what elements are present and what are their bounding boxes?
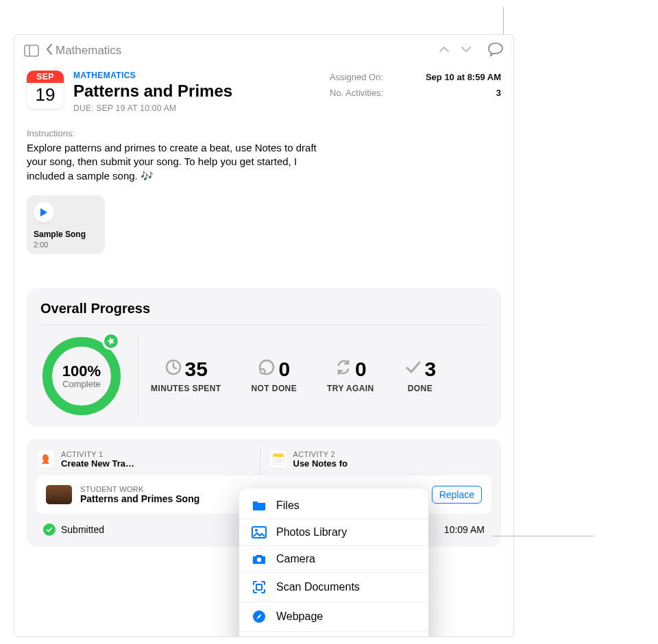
folder-icon <box>252 499 267 512</box>
stat-not-done: 0 NOT DONE <box>252 358 297 393</box>
activity-item[interactable]: ACTIVITY 2 Use Notes fo <box>260 449 492 475</box>
menu-item-photos[interactable]: Photos Library <box>239 519 428 545</box>
activity-key: ACTIVITY 1 <box>61 450 134 458</box>
app-screen: Mathematics SEP 19 MATHEMATICS Patterns … <box>14 34 514 637</box>
garageband-icon <box>38 451 54 467</box>
play-icon <box>34 202 54 223</box>
menu-item-webpage[interactable]: Webpage <box>239 602 428 631</box>
camera-icon <box>252 553 267 565</box>
submission-status: Submitted <box>61 524 104 535</box>
attachment-card[interactable]: Sample Song 2:00 <box>27 195 105 254</box>
comment-button[interactable] <box>487 42 504 60</box>
overall-progress-card: Overall Progress 100% Complete <box>27 288 501 427</box>
callout-line-right <box>491 536 594 536</box>
instructions-label: Instructions: <box>14 113 513 141</box>
attachment-duration: 2:00 <box>34 240 98 249</box>
stat-not-done-value: 0 <box>278 359 290 380</box>
stat-try-again-label: TRY AGAIN <box>327 384 374 393</box>
source-picker-menu: Files Photos Library Camera Scan Documen… <box>239 488 428 637</box>
calendar-day: 19 <box>27 83 64 106</box>
menu-item-bookmarks[interactable]: Bookmarks <box>239 631 428 637</box>
activities-count-value: 3 <box>496 88 501 98</box>
instructions-body: Explore patterns and primes to create a … <box>14 141 364 183</box>
prev-button[interactable] <box>438 45 450 57</box>
activity-item[interactable]: ACTIVITY 1 Create New Tra… <box>36 449 260 475</box>
compass-icon <box>252 609 267 624</box>
calendar-badge: SEP 19 <box>27 71 64 109</box>
replace-button[interactable]: Replace <box>432 486 482 504</box>
stat-done: 3 DONE <box>404 358 437 393</box>
svg-rect-18 <box>256 584 262 590</box>
activity-key: ACTIVITY 2 <box>293 450 348 458</box>
work-thumbnail <box>46 485 72 504</box>
menu-item-label: Camera <box>276 553 315 565</box>
calendar-month: SEP <box>27 71 64 83</box>
menu-item-label: Webpage <box>276 610 323 623</box>
progress-percent: 100% <box>62 362 101 380</box>
activity-name: Use Notes fo <box>293 458 348 469</box>
chevron-left-icon <box>45 42 54 59</box>
assignment-title: Patterns and Primes <box>73 82 330 101</box>
svg-rect-0 <box>25 45 38 56</box>
student-work-name: Patterns and Primes Song <box>80 493 199 504</box>
stat-try-again-value: 0 <box>355 359 367 380</box>
menu-item-scan[interactable]: Scan Documents <box>239 572 428 602</box>
stat-try-again: 0 TRY AGAIN <box>327 358 374 393</box>
svg-marker-2 <box>40 208 47 216</box>
svg-point-17 <box>257 558 261 562</box>
activities-count-label: No. Activities: <box>330 88 383 98</box>
subject-label: MATHEMATICS <box>73 71 330 80</box>
progress-ring: 100% Complete <box>40 335 123 417</box>
stat-not-done-label: NOT DONE <box>252 384 297 393</box>
clock-icon <box>164 358 182 380</box>
back-button[interactable]: Mathematics <box>45 42 121 59</box>
attachment-name: Sample Song <box>34 230 98 239</box>
notes-icon <box>270 451 287 467</box>
next-button[interactable] <box>460 45 472 57</box>
stat-minutes-value: 35 <box>185 359 208 380</box>
student-work-label: STUDENT WORK <box>80 485 199 493</box>
due-label: DUE: SEP 19 AT 10:00 AM <box>73 103 330 113</box>
menu-item-label: Photos Library <box>276 526 347 538</box>
speech-bubble-icon <box>487 42 504 57</box>
menu-item-label: Files <box>276 499 300 512</box>
refresh-icon <box>334 358 352 380</box>
stat-done-label: DONE <box>404 384 437 393</box>
checkmark-circle-icon <box>43 523 56 536</box>
assigned-on-value: Sep 10 at 8:59 AM <box>426 72 501 82</box>
stat-minutes: 35 MINUTES SPENT <box>151 358 221 393</box>
submission-time: 10:09 AM <box>444 524 485 535</box>
stat-done-value: 3 <box>425 359 437 380</box>
assignment-meta: Assigned On: Sep 10 at 8:59 AM No. Activ… <box>330 71 501 113</box>
chevron-up-icon <box>438 45 450 54</box>
menu-item-files[interactable]: Files <box>239 493 428 519</box>
scan-icon <box>252 580 267 595</box>
photos-icon <box>252 526 267 538</box>
assignment-header: SEP 19 MATHEMATICS Patterns and Primes D… <box>14 66 513 113</box>
menu-item-camera[interactable]: Camera <box>239 545 428 572</box>
svg-marker-5 <box>107 337 114 345</box>
top-bar: Mathematics <box>14 35 513 66</box>
star-icon <box>102 332 120 350</box>
stat-minutes-label: MINUTES SPENT <box>151 384 221 393</box>
assigned-on-label: Assigned On: <box>330 72 383 82</box>
prev-next-group <box>438 45 472 57</box>
svg-rect-12 <box>273 454 284 457</box>
check-icon <box>404 358 422 380</box>
x-circle-icon <box>258 358 276 380</box>
chevron-down-icon <box>460 45 472 54</box>
svg-point-16 <box>255 529 258 532</box>
progress-percent-label: Complete <box>62 379 101 389</box>
sidebar-toggle-icon[interactable] <box>24 45 39 57</box>
activity-name: Create New Tra… <box>61 458 134 469</box>
back-label: Mathematics <box>56 44 121 58</box>
menu-item-label: Scan Documents <box>276 581 360 593</box>
overall-progress-title: Overall Progress <box>40 301 487 325</box>
